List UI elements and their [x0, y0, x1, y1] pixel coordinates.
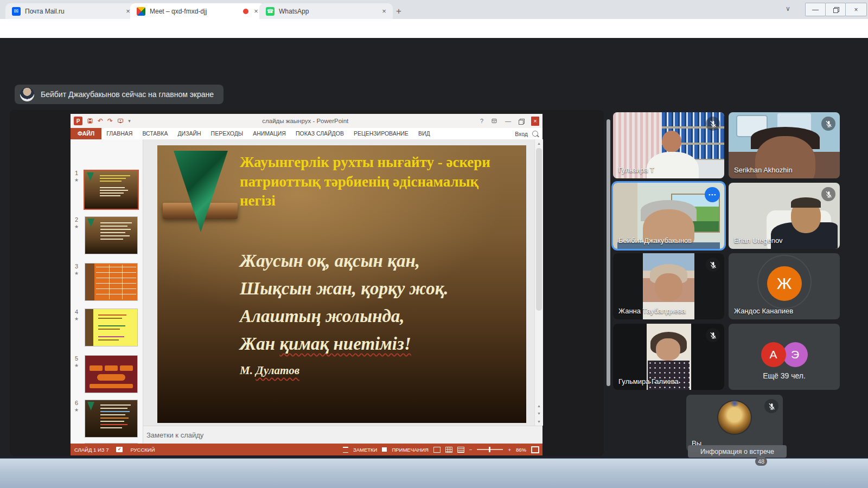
slide-number: 5: [75, 355, 78, 362]
participant-tile[interactable]: Ж Жандос Канапиев: [729, 253, 840, 319]
ppt-search-icon[interactable]: [532, 131, 538, 137]
ribbon-tab-view[interactable]: ВИД: [413, 128, 435, 139]
participant-tile[interactable]: Serikhan Akhozhin: [729, 112, 840, 178]
ribbon-tab-home[interactable]: ГЛАВНАЯ: [101, 128, 137, 139]
animation-star-icon: ★: [74, 407, 79, 413]
tab-mail-ru[interactable]: ✉ Почта Mail.ru ×: [5, 3, 137, 19]
slide-vertical-scrollbar[interactable]: ▲ ▲ ▼ ▼: [534, 139, 543, 426]
ribbon-tab-file[interactable]: ФАЙЛ: [71, 128, 101, 139]
spellcheck-icon[interactable]: ✓: [116, 447, 123, 452]
comments-toggle[interactable]: ПРИМЕЧАНИЯ: [392, 447, 428, 453]
tab-meet[interactable]: Meet – qxd-fmxd-djj ×: [130, 3, 265, 19]
poem-line: Жаусын оқ, ақсын қан,: [240, 247, 449, 275]
slide-number: 3: [75, 263, 78, 269]
participant-name: Жанна Таубалдиева: [618, 307, 686, 315]
scroll-down-icon[interactable]: ▼: [535, 418, 543, 425]
participant-tile[interactable]: Гульмира Галиева: [613, 324, 724, 390]
ppt-help-icon[interactable]: ?: [480, 118, 483, 124]
slide-poem: Жаусын оқ, ақсын қан, Шықсын жан, қорқу …: [240, 247, 449, 379]
ribbon-tab-insert[interactable]: ВСТАВКА: [137, 128, 173, 139]
window-minimize-button[interactable]: —: [805, 3, 826, 16]
notes-toggle[interactable]: ЗАМЕТКИ: [353, 447, 378, 453]
new-tab-button[interactable]: +: [392, 4, 406, 18]
mic-muted-icon: [764, 399, 778, 413]
zoom-out-icon[interactable]: −: [469, 447, 473, 453]
ppt-minimize-button[interactable]: —: [505, 118, 511, 124]
slide-sorter-view-icon[interactable]: [445, 447, 452, 453]
powerpoint-logo-icon[interactable]: P: [74, 117, 82, 125]
start-slideshow-icon[interactable]: [117, 118, 124, 124]
ribbon-tab-animation[interactable]: АНИМАЦИЯ: [248, 128, 291, 139]
notes-placeholder: Заметки к слайду: [146, 431, 203, 439]
ppt-close-button[interactable]: ×: [531, 117, 539, 126]
poem-line: Шықсын жан, қорқу жоқ.: [240, 275, 449, 303]
scrollbar-thumb[interactable]: [536, 148, 542, 311]
save-icon[interactable]: [87, 118, 93, 124]
windows-taskbar: e ▶ X W KK ▲ ⚑ 15:27 27.05.2022: [0, 458, 868, 488]
window-close-button[interactable]: ×: [845, 3, 867, 16]
fit-slide-icon[interactable]: [531, 446, 539, 453]
ppt-title-bar: P ↶ ↷ ▾ слайды жаынрух - PowerPoint ? — …: [71, 114, 542, 128]
zoom-level[interactable]: 86%: [516, 447, 526, 453]
slide-number: 6: [75, 400, 78, 406]
mic-muted-icon: [821, 187, 835, 201]
undo-icon[interactable]: ↶: [98, 118, 103, 124]
reading-view-icon[interactable]: [457, 447, 464, 453]
participants-scrollbar[interactable]: [607, 119, 610, 386]
zoom-slider[interactable]: [477, 449, 503, 450]
tab-close-icon[interactable]: ×: [380, 7, 388, 16]
ppt-sign-in[interactable]: Вход: [515, 131, 528, 137]
scroll-up-icon[interactable]: ▲: [535, 139, 543, 147]
slide-counter: СЛАЙД 1 ИЗ 7: [74, 447, 108, 453]
ppt-restore-button[interactable]: [519, 119, 524, 124]
recording-indicator-icon: [243, 9, 248, 14]
presenter-toast: Бейбит Джакубакынов сейчас на главном эк…: [15, 85, 224, 104]
ribbon-tab-slideshow[interactable]: ПОКАЗ СЛАЙДОВ: [291, 128, 349, 139]
animation-star-icon: ★: [74, 316, 79, 322]
ribbon-display-options-icon[interactable]: [491, 118, 497, 124]
tile-options-button[interactable]: ⋯: [705, 187, 720, 202]
restore-icon: [833, 7, 838, 12]
ppt-window-title: слайды жаынрух - PowerPoint: [131, 118, 480, 124]
participant-name: Бейбит Джакубакынов: [618, 236, 692, 245]
participant-name: Гульзира Т: [618, 166, 654, 174]
participant-name: Erlan Utegenov: [734, 236, 783, 245]
ppt-status-bar: СЛАЙД 1 ИЗ 7 ✓ РУССКИЙ ЗАМЕТКИ ПРИМЕЧАНИ…: [71, 444, 542, 455]
self-avatar-emblem: [718, 401, 751, 434]
presenter-avatar: [20, 87, 34, 101]
slide-emblem-triangle: [168, 151, 233, 246]
ppt-ribbon-tabs: ФАЙЛ ГЛАВНАЯ ВСТАВКА ДИЗАЙН ПЕРЕХОДЫ АНИ…: [71, 128, 542, 139]
ribbon-tab-design[interactable]: ДИЗАЙН: [173, 128, 206, 139]
self-view-tile[interactable]: Вы: [686, 395, 783, 452]
participant-avatar-letter: Э: [783, 342, 808, 367]
next-slide-icon[interactable]: ▼: [535, 409, 543, 417]
ribbon-tab-transitions[interactable]: ПЕРЕХОДЫ: [206, 128, 248, 139]
previous-slide-icon[interactable]: ▲: [535, 402, 543, 409]
participant-tile-speaking[interactable]: ⋯ Бейбит Джакубакынов: [613, 183, 724, 249]
shared-screen-tile[interactable]: P ↶ ↷ ▾ слайды жаынрух - PowerPoint ? — …: [10, 110, 604, 456]
browser-tab-strip: ✉ Почта Mail.ru × Meet – qxd-fmxd-djj × …: [0, 0, 868, 19]
mic-muted-icon: [706, 258, 720, 272]
participant-tile[interactable]: Erlan Utegenov: [729, 183, 840, 249]
meeting-info-tooltip: Информация о встрече: [688, 445, 787, 458]
mailru-favicon: ✉: [12, 7, 21, 16]
spellcheck-marked-text: Дулатов: [256, 364, 299, 377]
ribbon-tab-review[interactable]: РЕЦЕНЗИРОВАНИЕ: [349, 128, 413, 139]
tab-search-chevron-icon[interactable]: ∨: [786, 5, 790, 12]
zoom-in-icon[interactable]: +: [508, 447, 511, 453]
participant-tile[interactable]: Жанна Таубалдиева: [613, 253, 724, 319]
redo-icon[interactable]: ↷: [107, 118, 113, 124]
participant-tile[interactable]: Гульзира Т: [613, 112, 724, 178]
poem-line: Алаштың жолында,: [240, 303, 449, 330]
meet-favicon: [137, 7, 145, 16]
notes-pane[interactable]: Заметки к слайду: [143, 426, 542, 444]
window-restore-button[interactable]: [825, 3, 846, 16]
animation-star-icon: ★: [74, 271, 79, 276]
more-participants-tile[interactable]: А Э Ещё 39 чел.: [729, 324, 840, 390]
language-indicator[interactable]: РУССКИЙ: [130, 447, 155, 453]
normal-view-icon[interactable]: [433, 447, 441, 453]
tab-whatsapp[interactable]: ☎ WhatsApp ×: [259, 3, 393, 19]
animation-star-icon: ★: [74, 177, 79, 183]
powerpoint-window: P ↶ ↷ ▾ слайды жаынрух - PowerPoint ? — …: [71, 114, 542, 455]
comments-toggle-icon: [382, 447, 387, 452]
